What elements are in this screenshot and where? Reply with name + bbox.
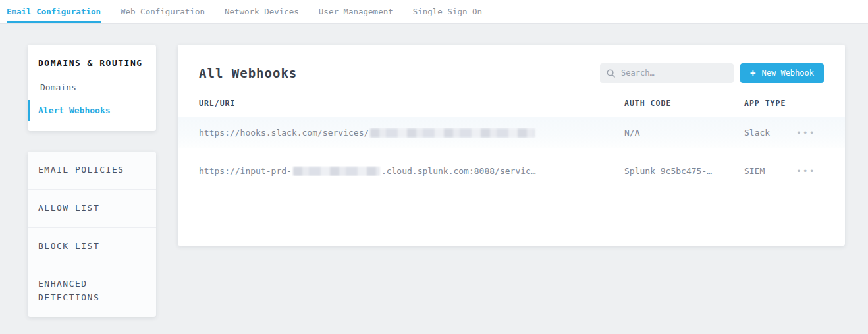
new-webhook-button[interactable]: + New Webhook (740, 63, 824, 83)
row-actions-menu-icon[interactable]: ••• (795, 125, 817, 140)
email-sections-card: EMAIL POLICIES ALLOW LIST BLOCK LIST ENH… (28, 152, 156, 317)
webhook-url-cell: https://hooks.slack.com/services/ (199, 128, 624, 138)
top-navbar: Email Configuration Web Configuration Ne… (0, 0, 868, 24)
app-type-cell: SIEM (744, 166, 795, 176)
table-header: URL/URI AUTH CODE APP TYPE (178, 99, 845, 117)
panel-header: All Webhooks + New Webhook (178, 45, 845, 99)
sidebar-item-domains[interactable]: Domains (28, 77, 156, 97)
row-actions-menu-icon[interactable]: ••• (795, 163, 817, 179)
search-input[interactable] (621, 69, 727, 78)
column-header-auth-code: AUTH CODE (624, 99, 744, 108)
tab-email-configuration[interactable]: Email Configuration (7, 0, 101, 23)
table-row[interactable]: https://hooks.slack.com/services/ N/A Sl… (178, 117, 845, 148)
tab-single-sign-on[interactable]: Single Sign On (413, 0, 482, 23)
page-content: DOMAINS & ROUTING Domains Alert Webhooks… (0, 24, 868, 317)
domains-routing-heading: DOMAINS & ROUTING (28, 58, 156, 68)
sidebar-item-allow-list[interactable]: ALLOW LIST (28, 189, 156, 227)
plus-icon: + (750, 68, 755, 78)
sidebar-item-block-list[interactable]: BLOCK LIST (28, 227, 156, 265)
auth-code-cell: N/A (624, 128, 744, 138)
column-header-app-type: APP TYPE (744, 99, 795, 108)
tab-network-devices[interactable]: Network Devices (225, 0, 299, 23)
search-icon (607, 69, 615, 78)
sidebar-item-email-policies[interactable]: EMAIL POLICIES (28, 152, 156, 189)
domains-routing-card: DOMAINS & ROUTING Domains Alert Webhooks (28, 45, 156, 131)
webhook-url-text: .cloud.splunk.com:8088/servic… (381, 166, 536, 176)
app-type-cell: Slack (744, 128, 795, 138)
webhooks-panel: All Webhooks + New Webhook URL/URI AUTH … (178, 45, 845, 246)
page-title: All Webhooks (199, 66, 297, 80)
webhook-url-text: https://hooks.slack.com/services/ (199, 128, 369, 138)
tab-user-management[interactable]: User Management (319, 0, 393, 23)
sidebar-item-alert-webhooks[interactable]: Alert Webhooks (28, 100, 156, 121)
sidebar: DOMAINS & ROUTING Domains Alert Webhooks… (28, 45, 156, 317)
table-row[interactable]: https://input-prd- .cloud.splunk.com:808… (178, 155, 845, 186)
new-webhook-label: New Webhook (762, 69, 814, 78)
column-header-url: URL/URI (199, 99, 624, 108)
webhook-url-cell: https://input-prd- .cloud.splunk.com:808… (199, 166, 624, 176)
auth-code-cell: Splunk 9c5bc475-… (624, 166, 744, 176)
tab-web-configuration[interactable]: Web Configuration (121, 0, 205, 23)
sidebar-item-enhanced-detections[interactable]: ENHANCED DETECTIONS (28, 265, 133, 317)
redacted-url-segment (293, 167, 380, 176)
redacted-url-segment (370, 128, 535, 138)
search-box[interactable] (600, 63, 734, 83)
webhook-url-text: https://input-prd- (199, 166, 292, 176)
